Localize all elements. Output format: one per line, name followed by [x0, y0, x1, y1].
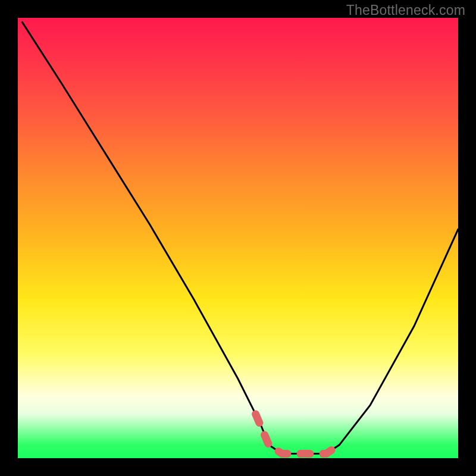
curve-svg [18, 18, 458, 458]
chart-frame: TheBottleneck.com [0, 0, 476, 476]
bottleneck-curve [22, 22, 458, 453]
trough-highlight [256, 414, 340, 454]
watermark-text: TheBottleneck.com [346, 2, 465, 18]
